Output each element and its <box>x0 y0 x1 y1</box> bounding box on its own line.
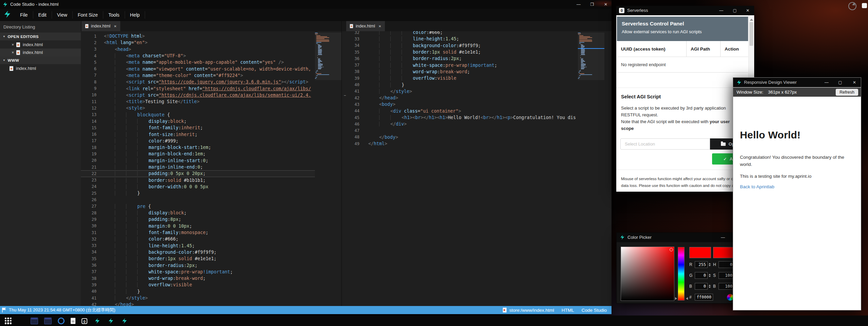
menu-item-file[interactable]: File <box>15 11 33 19</box>
code-line-16[interactable]: 16 font-size:inherit; <box>81 131 341 137</box>
window-app-icon[interactable] <box>44 318 52 324</box>
tab-index-html-pane1[interactable]: index.html ✕ <box>82 21 120 31</box>
close-button[interactable]: ✕ <box>850 79 859 85</box>
code-line-15[interactable]: 15 font-family:inherit; <box>81 124 341 131</box>
restore-button[interactable]: ❐ <box>588 1 597 7</box>
title-bar[interactable]: Code Studio - index.html — ❐ ✕ <box>0 0 612 9</box>
code-line-39[interactable]: 39 overflow:visible <box>342 75 612 81</box>
minimize-button[interactable]: — <box>574 1 583 7</box>
code-line-33[interactable]: 33 line-height:1.45; <box>342 36 612 42</box>
code-line-44[interactable]: 44 <div class="ui container"> <box>342 108 612 114</box>
code-line-40[interactable]: 40 } <box>342 81 612 88</box>
code-line-46[interactable]: 46 </div> <box>342 121 612 127</box>
close-button[interactable]: ✕ <box>601 1 610 7</box>
maximize-button[interactable]: ▢ <box>730 7 739 14</box>
sidebar-section-open-editors[interactable]: ▾OPEN EDITORS <box>0 33 81 40</box>
code-line-28[interactable]: 28 display:block; <box>81 210 341 216</box>
saturation-value-area[interactable] <box>621 247 674 301</box>
code-line-49[interactable]: 49</html> <box>342 140 612 147</box>
editor-pane-left[interactable]: 1<!DOCTYPE html>2<html lang="en">3 <head… <box>81 31 341 306</box>
stepper-icon[interactable] <box>709 273 711 278</box>
code-line-45[interactable]: 45 <h1><br></h1><h1>Hello World!<br></h1… <box>342 114 612 121</box>
code-line-27[interactable]: 27 pre { <box>81 203 341 210</box>
serverless-app-icon[interactable]: 0 <box>82 318 87 324</box>
refresh-button[interactable]: Refresh <box>836 89 858 96</box>
color-marker[interactable] <box>670 248 673 251</box>
back-link[interactable]: Back to Aprintlab <box>740 184 774 189</box>
tab-close-icon[interactable]: ✕ <box>378 24 381 28</box>
scroll-up-icon[interactable] <box>750 17 753 21</box>
menu-item-tools[interactable]: Tools <box>103 11 125 19</box>
code-line-38[interactable]: 38 word-wrap:break-word; <box>342 69 612 75</box>
pane-divider[interactable] <box>341 21 342 306</box>
code-line-21[interactable]: 21 margin-inline-end:0; <box>81 164 341 170</box>
code-line-42[interactable]: 42 </head> <box>342 95 612 101</box>
code-line-8[interactable]: 8 <script src="https://code.jquery.com/j… <box>81 79 341 85</box>
code-line-37[interactable]: 37 white-space:pre-wrap!important; <box>81 269 341 275</box>
code-line-35[interactable]: 35 border:1px solid #e1e1e1; <box>81 255 341 262</box>
minimize-button[interactable]: — <box>719 234 727 241</box>
code-line-33[interactable]: 33 line-height:1.45; <box>81 243 341 249</box>
document-icon[interactable] <box>71 318 75 324</box>
code-line-41[interactable]: 41 </style> <box>342 88 612 95</box>
code-line-2[interactable]: 2<html lang="en"> <box>81 39 341 46</box>
stepper-icon[interactable] <box>709 284 711 289</box>
widget-icon[interactable] <box>862 3 867 8</box>
close-icon[interactable]: ✕ <box>12 43 16 46</box>
code-line-17[interactable]: 17 color:#999; <box>81 138 341 144</box>
title-bar[interactable]: Responsive Design Viewer — ▢ ✕ <box>733 78 861 87</box>
status-file[interactable]: store:/www/index.html <box>503 308 554 313</box>
code-line-11[interactable]: 11 <title>Testing Site</title> <box>81 98 341 105</box>
blue-field[interactable]: B0 <box>689 283 712 290</box>
minimap[interactable] <box>315 33 341 306</box>
code-studio-app-icon[interactable] <box>107 318 114 324</box>
code-line-12[interactable]: 12 <style> <box>81 105 341 111</box>
code-line-40[interactable]: 40 } <box>81 288 341 295</box>
code-line-38[interactable]: 38 word-wrap:break-word; <box>81 275 341 282</box>
menu-item-edit[interactable]: Edit <box>33 11 52 19</box>
code-line-24[interactable]: 24 border-width:0 0 0 5px <box>81 184 341 190</box>
code-line-36[interactable]: 36 border-radius:2px; <box>342 55 612 62</box>
code-line-42[interactable]: 42 </head> <box>81 301 341 306</box>
minimize-button[interactable]: — <box>717 7 726 14</box>
code-line-31[interactable]: 31 font-family:monospace; <box>81 229 341 236</box>
code-line-13[interactable]: 13 blockquote { <box>81 112 341 118</box>
code-line-32[interactable]: 32 color:#666; <box>81 236 341 242</box>
maximize-button[interactable]: ▢ <box>836 79 845 85</box>
code-line-10[interactable]: 10 <script src="https://cdnjs.cloudflare… <box>81 92 341 98</box>
red-field[interactable]: R255 <box>689 261 712 268</box>
code-line-23[interactable]: 23 border:solid #b1b1b1; <box>81 177 341 184</box>
code-line-5[interactable]: 5 <meta name="apple-mobile-web-app-capab… <box>81 59 341 65</box>
status-language[interactable]: HTML <box>562 308 574 313</box>
title-bar[interactable]: 0 Serverless — ▢ ✕ <box>616 6 754 15</box>
code-line-34[interactable]: 34 background-color:#f9f9f9; <box>81 249 341 255</box>
code-line-4[interactable]: 4 <meta charset="UTF-8"> <box>81 53 341 59</box>
tab-close-icon[interactable]: ✕ <box>114 24 117 28</box>
select-location-input[interactable]: Select Location <box>620 138 710 150</box>
minimize-button[interactable]: — <box>822 79 831 85</box>
code-line-47[interactable]: 47 <box>342 127 612 134</box>
code-line-20[interactable]: 20 margin-inline-start:0; <box>81 157 341 164</box>
code-line-19[interactable]: 19 margin-block-end:1em; <box>81 151 341 157</box>
sidebar-item-index.html[interactable]: ✕index.html <box>0 64 81 72</box>
refresh-icon[interactable] <box>848 2 856 10</box>
code-line-39[interactable]: 39 overflow:visible <box>81 282 341 288</box>
menu-item-help[interactable]: Help <box>125 11 145 19</box>
close-icon[interactable]: ✕ <box>12 51 16 54</box>
hue-slider[interactable] <box>678 247 685 301</box>
code-line-1[interactable]: 1<!DOCTYPE html> <box>81 33 341 39</box>
code-line-9[interactable]: 9 <link rel="stylesheet" href="https://c… <box>81 85 341 92</box>
browser-icon[interactable] <box>58 318 65 324</box>
tab-index-html-pane2[interactable]: index.html ✕ <box>346 21 385 31</box>
menu-item-view[interactable]: View <box>52 11 73 19</box>
fold-icon[interactable]: − <box>344 93 346 98</box>
code-line-25[interactable]: 25 } <box>81 190 341 196</box>
code-studio-app-icon[interactable] <box>93 318 101 324</box>
sidebar-section-www[interactable]: ▾WWW <box>0 56 81 64</box>
minimap[interactable] <box>578 33 604 306</box>
code-line-7[interactable]: 7 <meta name="theme-color" content="#ff9… <box>81 72 341 79</box>
hex-field[interactable]: #ff0000 <box>689 293 720 301</box>
code-line-36[interactable]: 36 border-radius:2px; <box>81 262 341 268</box>
editor-pane-right[interactable]: 32 color:#666;33 line-height:1.45;34 bac… <box>342 31 612 306</box>
close-button[interactable]: ✕ <box>743 7 752 14</box>
